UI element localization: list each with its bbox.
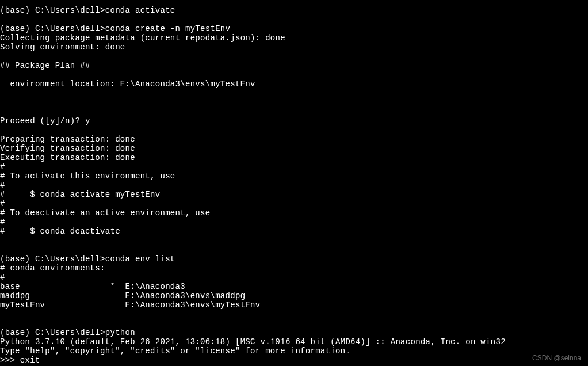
terminal-line: Collecting package metadata (current_rep… [0, 33, 588, 43]
terminal-line [0, 236, 588, 245]
terminal-line: # To deactivate an active environment, u… [0, 208, 588, 218]
terminal-line: (base) C:\Users\dell>conda env list [0, 254, 588, 264]
terminal-line: # [0, 162, 588, 171]
terminal-line: (base) C:\Users\dell>conda activate [0, 6, 588, 15]
terminal-line: # [0, 181, 588, 190]
terminal-line: Python 3.7.10 (default, Feb 26 2021, 13:… [0, 337, 588, 346]
terminal-line: # $ conda activate myTestEnv [0, 190, 588, 199]
terminal-line: Preparing transaction: done [0, 135, 588, 144]
terminal-line [0, 15, 588, 24]
terminal-line: maddpg E:\Anaconda3\envs\maddpg [0, 291, 588, 300]
terminal-line [0, 125, 588, 135]
terminal-line: environment location: E:\Anaconda3\envs\… [0, 79, 588, 89]
terminal-line: # [0, 199, 588, 208]
terminal-line [0, 70, 588, 79]
terminal-line: # [0, 273, 588, 282]
terminal-line: # [0, 218, 588, 227]
terminal-line: # conda environments: [0, 264, 588, 273]
terminal-line: # $ conda deactivate [0, 227, 588, 236]
terminal-line: Type "help", "copyright", "credits" or "… [0, 346, 588, 356]
terminal-line [0, 319, 588, 328]
terminal-line: (base) C:\Users\dell>conda create -n myT… [0, 24, 588, 33]
terminal-line [0, 245, 588, 254]
terminal-line: Proceed ([y]/n)? y [0, 116, 588, 125]
terminal-line: base * E:\Anaconda3 [0, 282, 588, 291]
terminal-line [0, 98, 588, 107]
terminal-line [0, 107, 588, 116]
terminal-line: Verifying transaction: done [0, 144, 588, 153]
terminal-line: myTestEnv E:\Anaconda3\envs\myTestEnv [0, 300, 588, 310]
terminal-line: Executing transaction: done [0, 153, 588, 162]
terminal-line: >>> exit [0, 356, 588, 365]
watermark-text: CSDN @selnna [532, 353, 581, 363]
terminal-line [0, 52, 588, 61]
terminal-line [0, 89, 588, 98]
terminal-line: (base) C:\Users\dell>python [0, 328, 588, 337]
terminal-line [0, 310, 588, 319]
terminal-line: # To activate this environment, use [0, 171, 588, 181]
terminal-output[interactable]: (base) C:\Users\dell>conda activate(base… [0, 6, 588, 365]
terminal-line: ## Package Plan ## [0, 61, 588, 70]
terminal-line: Solving environment: done [0, 43, 588, 52]
